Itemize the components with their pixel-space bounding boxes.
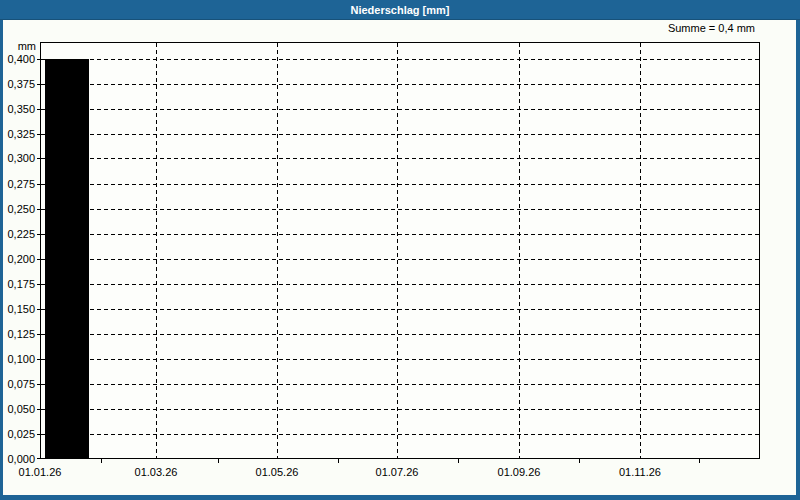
chart-window: Niederschlag [mm] Summe = 0,4 mm mm 0,40… — [0, 0, 800, 500]
y-tick-label: 0,325 — [0, 128, 35, 140]
sum-annotation: Summe = 0,4 mm — [668, 22, 755, 34]
y-tick-label: 0,350 — [0, 103, 35, 115]
y-tick-label: 0,075 — [0, 378, 35, 390]
y-tick-label: 0,025 — [0, 428, 35, 440]
y-tick-label: 0,300 — [0, 152, 35, 164]
x-tick-label: 01.01.26 — [5, 466, 75, 478]
y-tick-label: 0,200 — [0, 253, 35, 265]
x-tick-label: 01.05.26 — [242, 466, 312, 478]
y-tick-label: 0,125 — [0, 328, 35, 340]
x-tick-label: 01.07.26 — [362, 466, 432, 478]
y-tick-label: 0,275 — [0, 178, 35, 190]
y-tick-label: 0,000 — [0, 453, 35, 465]
x-tick-label: 01.11.26 — [605, 466, 675, 478]
y-tick-label: 0,375 — [0, 78, 35, 90]
y-tick-label: 0,400 — [0, 53, 35, 65]
y-tick-label: 0,175 — [0, 278, 35, 290]
y-tick-label: 0,050 — [0, 403, 35, 415]
y-tick-label: 0,250 — [0, 203, 35, 215]
y-tick-label: 0,225 — [0, 228, 35, 240]
window-title: Niederschlag [mm] — [350, 4, 449, 16]
y-axis-unit-label: mm — [0, 40, 36, 52]
window-titlebar: Niederschlag [mm] — [0, 0, 800, 20]
x-tick-label: 01.09.26 — [484, 466, 554, 478]
x-tick-label: 01.03.26 — [121, 466, 191, 478]
y-tick-label: 0,100 — [0, 353, 35, 365]
chart-content-area — [3, 20, 796, 495]
y-tick-label: 0,150 — [0, 303, 35, 315]
